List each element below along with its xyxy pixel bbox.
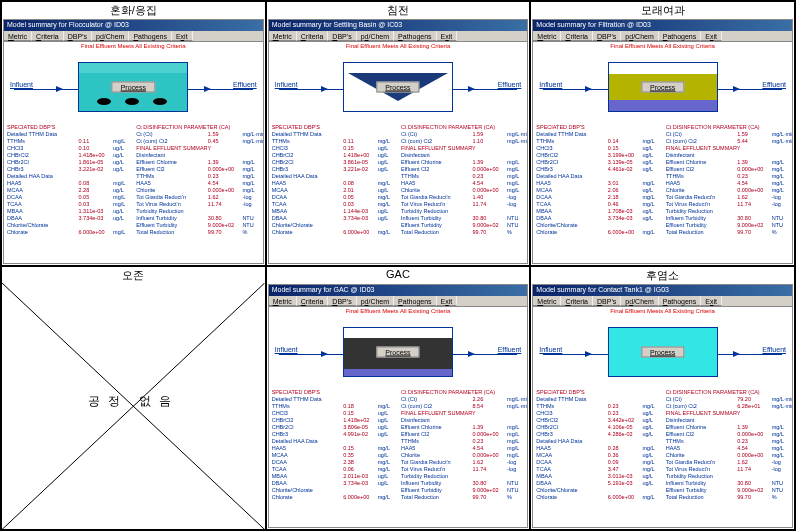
param-row: Turbidity Reduction xyxy=(666,473,789,480)
effluent-label[interactable]: Effluent xyxy=(762,81,786,88)
menu-pdchem[interactable]: pd/Chem xyxy=(92,31,129,41)
param-value: 0.23 xyxy=(473,173,508,180)
menu-metric[interactable]: Metric xyxy=(269,296,297,306)
process-button[interactable]: Process xyxy=(112,82,155,93)
param-unit: mg/L xyxy=(642,194,659,201)
process-button[interactable]: Process xyxy=(376,82,419,93)
influent-label[interactable]: Influent xyxy=(275,81,298,88)
menu-dbps[interactable]: DBP’s xyxy=(328,296,356,306)
param-name: Disinfectant xyxy=(401,417,473,424)
menubar: Metric Criteria DBP’s pd/Chem Pathogens … xyxy=(533,296,792,307)
param-value: 1.144e-03 xyxy=(343,208,378,215)
window-titlebar[interactable]: Model summary for Contact Tank1 @ IG03 xyxy=(533,285,792,296)
window-titlebar[interactable]: Model summary for Flocculator @ ID03 xyxy=(4,20,263,31)
param-name: DBAA xyxy=(7,215,79,222)
param-row: Chlorite/Chlorate xyxy=(536,487,659,494)
menu-dbps[interactable]: DBP’s xyxy=(64,31,92,41)
param-name: MCAA xyxy=(7,187,79,194)
window-titlebar[interactable]: Model summary for Settling Basin @ IC03 xyxy=(269,20,528,31)
param-name: Chlorite xyxy=(401,187,473,194)
param-value: 1.39 xyxy=(208,159,243,166)
param-row: Turbidity Reduction xyxy=(401,208,524,215)
effluent-label[interactable]: Effluent xyxy=(762,346,786,353)
process-button[interactable]: Process xyxy=(376,346,419,357)
menu-metric[interactable]: Metric xyxy=(269,31,297,41)
effluent-label[interactable]: Effluent xyxy=(498,81,522,88)
effluent-label[interactable]: Effluent xyxy=(498,346,522,353)
param-unit: -log xyxy=(242,194,259,201)
menu-pathogens[interactable]: Pathogens xyxy=(394,31,436,41)
param-name: CHCl3 xyxy=(272,145,344,152)
menu-criteria[interactable]: Criteria xyxy=(561,31,593,41)
param-unit: mg/L·min xyxy=(507,131,527,138)
param-value: 99.70 xyxy=(737,494,772,501)
param-name: HAA5 xyxy=(401,180,473,187)
param-unit: mg/L xyxy=(113,194,130,201)
param-unit: mg/L xyxy=(772,452,789,459)
process-button[interactable]: Process xyxy=(641,82,684,93)
param-name: CHBr2Cl xyxy=(536,159,608,166)
param-name: Influent Turbidity xyxy=(401,215,473,222)
menu-pathogens[interactable]: Pathogens xyxy=(659,31,701,41)
menu-exit[interactable]: Exit xyxy=(701,31,722,41)
param-unit xyxy=(378,396,395,403)
window-titlebar[interactable]: Model summary for GAC @ ID03 xyxy=(269,285,528,296)
menu-criteria[interactable]: Criteria xyxy=(561,296,593,306)
menu-criteria[interactable]: Criteria xyxy=(297,296,329,306)
param-name: Tot Giardia Reduct'n xyxy=(136,194,208,201)
menu-exit[interactable]: Exit xyxy=(437,31,458,41)
menu-metric[interactable]: Metric xyxy=(533,296,561,306)
param-name: MCAA xyxy=(272,452,344,459)
param-row: Total Reduction 99.70 % xyxy=(401,229,524,236)
param-value: 0.10 xyxy=(79,145,114,152)
menu-criteria[interactable]: Criteria xyxy=(32,31,64,41)
menu-pathogens[interactable]: Pathogens xyxy=(394,296,436,306)
menu-pdchem[interactable]: pd/Chem xyxy=(621,296,658,306)
menu-dbps[interactable]: DBP’s xyxy=(593,296,621,306)
cell-title: GAC xyxy=(267,267,530,283)
param-unit: -log xyxy=(772,194,789,201)
process-button[interactable]: Process xyxy=(641,346,684,357)
param-row: Ct (cum) Ct2 6.28e+01 mg/L·min xyxy=(666,403,789,410)
param-value xyxy=(79,173,114,180)
param-name: Ct (Ct) xyxy=(136,131,208,138)
param-value xyxy=(473,417,508,424)
menu-criteria[interactable]: Criteria xyxy=(297,31,329,41)
influent-label[interactable]: Influent xyxy=(10,81,33,88)
param-row: Detailed HAA Data xyxy=(536,173,659,180)
effluent-label[interactable]: Effluent xyxy=(233,81,257,88)
menu-pathogens[interactable]: Pathogens xyxy=(129,31,171,41)
param-value: 3.806e-05 xyxy=(343,424,378,431)
menu-metric[interactable]: Metric xyxy=(533,31,561,41)
menu-exit[interactable]: Exit xyxy=(701,296,722,306)
param-unit: ug/L xyxy=(642,424,659,431)
influent-label[interactable]: Influent xyxy=(539,346,562,353)
param-value: 3.01 xyxy=(608,180,643,187)
menu-pdchem[interactable]: pd/Chem xyxy=(621,31,658,41)
param-value: 4.54 xyxy=(208,180,243,187)
param-name: TTHMs xyxy=(7,138,79,145)
influent-label[interactable]: Influent xyxy=(275,346,298,353)
param-value: 0.000e+00 xyxy=(473,166,508,173)
param-name: Total Reduction xyxy=(136,229,208,236)
menu-dbps[interactable]: DBP’s xyxy=(328,31,356,41)
param-value: 6.000e+00 xyxy=(343,494,378,501)
param-value xyxy=(79,131,114,138)
param-name: Effluent Chlorine xyxy=(666,159,738,166)
param-value: 9.000e+02 xyxy=(473,487,508,494)
menu-pdchem[interactable]: pd/Chem xyxy=(357,31,394,41)
param-name: Effluent Chlorine xyxy=(401,424,473,431)
param-unit: ug/L xyxy=(378,215,395,222)
influent-label[interactable]: Influent xyxy=(539,81,562,88)
section-header: SPECIATED DBP'S xyxy=(272,124,395,131)
param-unit: mg/L xyxy=(242,180,259,187)
menu-exit[interactable]: Exit xyxy=(437,296,458,306)
menu-pdchem[interactable]: pd/Chem xyxy=(357,296,394,306)
menu-metric[interactable]: Metric xyxy=(4,31,32,41)
window-titlebar[interactable]: Model summary for Filtration @ ID03 xyxy=(533,20,792,31)
menu-dbps[interactable]: DBP’s xyxy=(593,31,621,41)
menu-pathogens[interactable]: Pathogens xyxy=(659,296,701,306)
param-name: Chlorite xyxy=(666,187,738,194)
menu-exit[interactable]: Exit xyxy=(172,31,193,41)
param-value: 0.23 xyxy=(737,173,772,180)
